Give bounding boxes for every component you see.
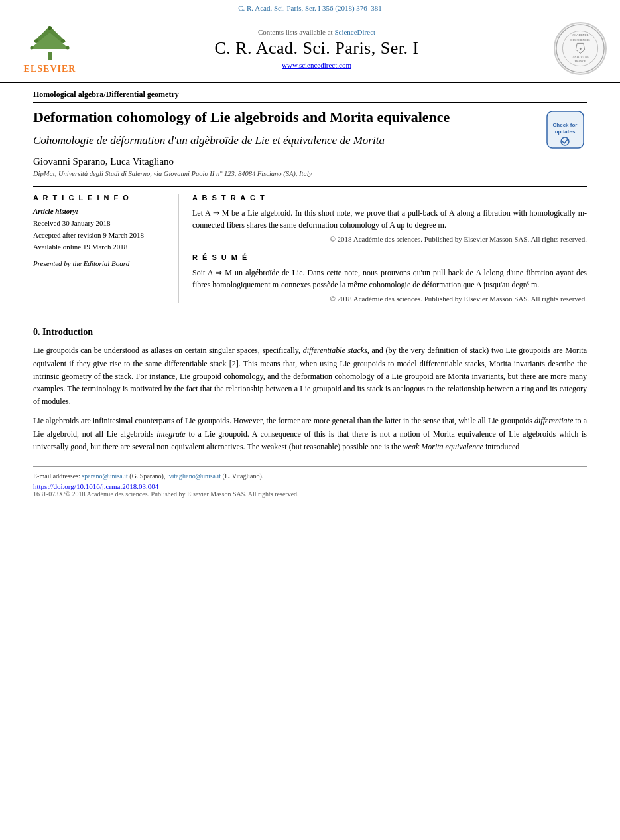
intro-paragraph-2: Lie algebroids are infinitesimal counter…: [33, 415, 587, 453]
svg-point-5: [31, 46, 34, 50]
abstract-copyright: © 2018 Académie des sciences. Published …: [192, 235, 587, 243]
elsevier-wordmark: ELSEVIER: [24, 64, 76, 74]
journal-header: ELSEVIER Contents lists available at Sci…: [0, 15, 620, 83]
intro-paragraph-1: Lie groupoids can be understood as atlas…: [33, 344, 587, 408]
journal-title-block: Contents lists available at ScienceDirec…: [93, 28, 540, 69]
svg-rect-0: [48, 52, 52, 60]
received-date: Received 30 January 2018: [33, 218, 168, 230]
svg-text:DES SCIENCES: DES SCIENCES: [570, 38, 590, 42]
article-info-label: A R T I C L E I N F O: [33, 194, 168, 202]
email1-author: (G. Sparano),: [129, 472, 165, 480]
top-citation-bar: C. R. Acad. Sci. Paris, Ser. I 356 (2018…: [0, 0, 620, 15]
available-date: Available online 19 March 2018: [33, 242, 168, 253]
issn-line: 1631-073X/© 2018 Académie des sciences. …: [33, 490, 587, 498]
email2-link[interactable]: lvitagliano@unisa.it: [167, 472, 221, 480]
history-label: Article history:: [33, 207, 168, 215]
affiliation: DipMat, Università degli Studi di Salern…: [33, 170, 587, 177]
elsevier-logo: ELSEVIER: [13, 23, 86, 74]
resume-section: R É S U M É Soit A ⇒ M un algébroïde de …: [192, 253, 587, 303]
footnote-emails: E-mail addresses: sparano@unisa.it (G. S…: [33, 472, 587, 480]
accepted-date: Accepted after revision 9 March 2018: [33, 230, 168, 242]
footer-section: E-mail addresses: sparano@unisa.it (G. S…: [33, 466, 587, 498]
doi-link[interactable]: https://doi.org/10.1016/j.crma.2018.03.0…: [33, 482, 158, 490]
paper-title-en: Deformation cohomology of Lie algebroids…: [33, 108, 587, 127]
resume-text: Soit A ⇒ M un algébroïde de Lie. Dans ce…: [192, 267, 587, 291]
article-info-column: A R T I C L E I N F O Article history: R…: [33, 194, 179, 303]
svg-text:FRANCE: FRANCE: [575, 60, 586, 63]
abstract-column: A B S T R A C T Let A ⇒ M be a Lie algeb…: [192, 194, 587, 303]
svg-text:Check for: Check for: [553, 122, 578, 128]
email2-author: (L. Vitagliano).: [223, 472, 264, 480]
resume-copyright: © 2018 Académie des sciences. Published …: [192, 295, 587, 303]
email-label: E-mail addresses:: [33, 472, 80, 480]
paper-title-fr: Cohomologie de déformation d'un algèbroï…: [33, 133, 587, 149]
abstract-text: Let A ⇒ M be a Lie algebroid. In this sh…: [192, 207, 587, 231]
citation-text: C. R. Acad. Sci. Paris, Ser. I 356 (2018…: [238, 4, 382, 12]
abstract-label: A B S T R A C T: [192, 194, 587, 202]
institution-seal: ACADÉMIE DES SCIENCES INSTITUT DE FRANCE…: [554, 22, 607, 75]
journal-url: www.sciencedirect.com: [93, 61, 540, 69]
svg-text:INSTITUT DE: INSTITUT DE: [572, 55, 589, 58]
intro-heading: 0. Introduction: [33, 327, 587, 338]
svg-text:ACADÉMIE: ACADÉMIE: [572, 33, 588, 36]
presented-by: Presented by the Editorial Board: [33, 259, 168, 267]
paper-category: Homological algebra/Differential geometr…: [33, 90, 587, 103]
svg-point-7: [48, 26, 52, 30]
svg-point-6: [66, 46, 70, 50]
main-content: Homological algebra/Differential geometr…: [0, 83, 620, 511]
resume-label: R É S U M É: [192, 253, 587, 261]
section-divider: [33, 315, 587, 315]
introduction-section: 0. Introduction Lie groupoids can be und…: [33, 327, 587, 453]
journal-name: C. R. Acad. Sci. Paris, Ser. I: [93, 38, 540, 58]
doi-line: https://doi.org/10.1016/j.crma.2018.03.0…: [33, 482, 587, 490]
email1-link[interactable]: sparano@unisa.it: [82, 472, 127, 480]
svg-point-4: [61, 39, 65, 43]
authors: Giovanni Sparano, Luca Vitagliano: [33, 156, 587, 167]
svg-text:✦: ✦: [579, 47, 582, 51]
seal-icon: ACADÉMIE DES SCIENCES INSTITUT DE FRANCE…: [555, 23, 605, 74]
sciencedirect-link[interactable]: ScienceDirect: [334, 28, 375, 36]
contents-line: Contents lists available at ScienceDirec…: [93, 28, 540, 36]
check-for-updates-badge: Check for updates: [544, 108, 587, 151]
header-divider: [33, 186, 587, 187]
svg-point-3: [34, 39, 38, 43]
svg-text:updates: updates: [555, 129, 576, 135]
article-meta-section: A R T I C L E I N F O Article history: R…: [33, 194, 587, 303]
badge-icon: Check for updates: [544, 108, 587, 151]
institution-logo: ACADÉMIE DES SCIENCES INSTITUT DE FRANCE…: [547, 22, 607, 75]
elsevier-tree-icon: [20, 23, 80, 62]
